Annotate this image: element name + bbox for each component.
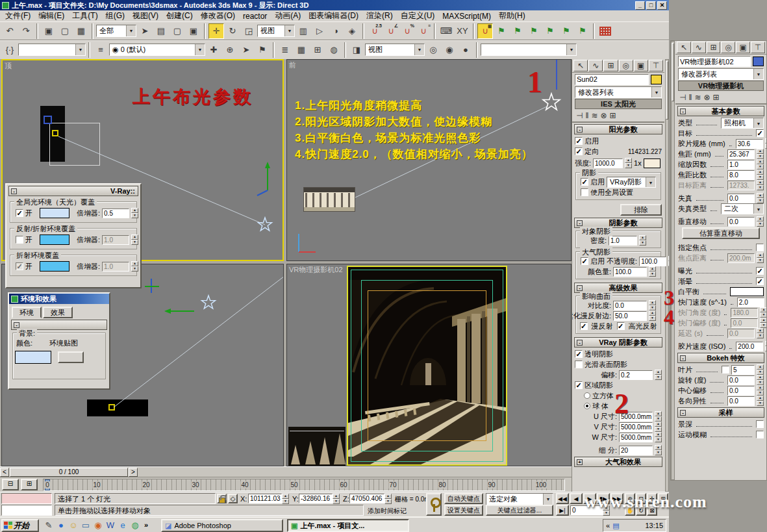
param-row[interactable]: 使用全局设置 xyxy=(578,187,659,197)
param-row[interactable]: 对比度:0.0▲▼ xyxy=(578,300,659,310)
selection-filter-dropdown[interactable]: 全部▼ xyxy=(96,25,136,37)
object-name-field[interactable]: Sun02 xyxy=(575,74,649,85)
spinner[interactable]: ▲▼ xyxy=(655,445,662,455)
spinner-field[interactable]: 5 xyxy=(731,365,755,375)
x-coordinate-field[interactable]: 101121.03 xyxy=(248,494,282,503)
pin-stack-icon[interactable]: ⊣ xyxy=(576,111,583,120)
chevron-down-icon[interactable]: ▼ xyxy=(753,69,763,79)
spinner-field[interactable]: 25.367 xyxy=(727,149,755,159)
task-photoshop[interactable]: ◪ Adobe Photoshop xyxy=(161,519,283,532)
checkbox[interactable]: ✓ xyxy=(575,350,583,358)
chevron-down-icon[interactable]: ▼ xyxy=(753,118,763,128)
spinner-field[interactable]: 0.0 xyxy=(731,318,758,328)
chevron-down-icon[interactable]: ▼ xyxy=(75,44,85,55)
spinner-field[interactable]: 8.0 xyxy=(727,170,755,180)
spinner[interactable]: ▲▼ xyxy=(655,370,662,380)
selection-lock-button[interactable] xyxy=(217,494,227,503)
spinner-snap-icon[interactable]: ∪≡ xyxy=(416,23,431,39)
param-row[interactable]: 失真0.0▲▼ xyxy=(675,193,766,203)
named-selection-dropdown[interactable]: ▼ xyxy=(18,44,86,56)
spinner[interactable]: ▲▼ xyxy=(757,170,764,180)
layer-manager-icon[interactable]: ≣ xyxy=(277,42,293,58)
param-row[interactable]: 光滑表面阴影 xyxy=(572,359,664,370)
axis-constraint-icon[interactable]: XY xyxy=(455,23,470,39)
param-row[interactable]: 类型照相机▼ xyxy=(675,118,766,128)
param-row[interactable]: 快门速度 (s^-1)2.0▲▼ xyxy=(675,297,766,307)
color-swatch[interactable] xyxy=(40,208,69,218)
modifier-list-dropdown[interactable]: 修改器列表▼ xyxy=(678,68,764,80)
radio-button[interactable] xyxy=(584,392,590,399)
param-row[interactable]: 细 分:20▲▼ xyxy=(572,445,664,455)
rollout-header[interactable]: -基本参数 xyxy=(677,106,764,116)
param-row[interactable]: 颜色量:100.0▲▼ xyxy=(578,266,659,277)
spinner[interactable]: ▲▼ xyxy=(757,385,764,396)
checkbox[interactable]: ✓ xyxy=(581,257,588,265)
param-row[interactable]: ✓启用 不透明度:100.0▲▼ xyxy=(578,256,659,266)
viewport-camera-label[interactable]: VR物理摄影机02 xyxy=(289,265,343,275)
chevron-down-icon[interactable]: ▼ xyxy=(543,494,553,505)
configure-stack-icon[interactable]: ⊞ xyxy=(713,93,720,102)
y-coordinate-field[interactable]: -32860.16 xyxy=(299,494,333,503)
param-row[interactable]: 排除 xyxy=(572,203,664,216)
spinner[interactable]: ▲▼ xyxy=(757,149,764,159)
spinner-field[interactable]: 0.2 xyxy=(619,370,653,380)
modify-tab-icon[interactable]: ∿ xyxy=(692,42,706,53)
spinner[interactable]: ▲▼ xyxy=(757,253,764,263)
place-highlight-icon[interactable]: ⚑ xyxy=(542,23,558,39)
spinner-field[interactable]: 100.0 xyxy=(639,257,666,266)
multiplier-field[interactable]: 0.5 xyxy=(102,209,129,218)
param-row[interactable]: 焦距比数8.0▲▼ xyxy=(675,170,766,180)
modifier-list-dropdown[interactable]: 修改器列表▼ xyxy=(575,86,662,98)
create-layer-icon[interactable]: ✚ xyxy=(206,42,221,58)
menu-item-4[interactable]: 视图(V) xyxy=(129,10,162,22)
checkbox[interactable] xyxy=(722,366,729,374)
title-bar[interactable]: 上午.max - 项目文件夹: D:\My Documents\3dsmax -… xyxy=(0,0,669,10)
display-tab-icon[interactable]: ▣ xyxy=(634,60,648,71)
start-button[interactable]: 开始 xyxy=(1,519,39,532)
open-mini-curve-editor-button[interactable]: ⊟ xyxy=(2,479,19,490)
set-keys-button[interactable] xyxy=(426,493,442,516)
menu-item-2[interactable]: 工具(T) xyxy=(68,10,101,22)
vray-environment-dialog[interactable]: - V-Ray:: 全局光环境（天光）覆盖✓开倍增器:0.5▲▼反射/折射环境覆… xyxy=(5,183,142,288)
select-and-scale-icon[interactable]: ◲ xyxy=(241,23,257,39)
environment-dialog-titlebar[interactable]: 环境和效果 xyxy=(9,294,109,304)
quicklaunch-media-icon[interactable]: ◉ xyxy=(92,519,104,531)
param-row[interactable]: 胶片速度 (ISO)200.0▲▼ xyxy=(675,341,766,351)
param-row[interactable]: 柔化漫反射边:50.0▲▼ xyxy=(578,310,659,321)
tab-effects[interactable]: 效果 xyxy=(43,307,73,318)
select-objects-in-layer-icon[interactable]: ➤ xyxy=(238,42,254,58)
rollout-header[interactable]: -阳光参数 xyxy=(574,124,662,134)
bind-to-spacewarp-icon[interactable]: ▦ xyxy=(73,23,89,39)
param-row[interactable]: 白平衡 xyxy=(675,286,766,297)
white-balance-swatch[interactable] xyxy=(730,287,764,296)
param-row[interactable]: 失真类型二次▼ xyxy=(675,203,766,214)
modify-tab-icon[interactable]: ∿ xyxy=(588,60,603,71)
param-row[interactable]: 估算垂直移动 xyxy=(675,227,766,240)
make-unique-icon[interactable]: ≋ xyxy=(694,93,701,102)
hierarchy-tab-icon[interactable]: ⊞ xyxy=(707,42,721,53)
param-row[interactable]: 旋转 (度)0.0▲▼ xyxy=(675,375,766,385)
background-color-swatch[interactable] xyxy=(15,351,51,364)
hierarchy-tab-icon[interactable]: ⊞ xyxy=(603,60,618,71)
spinner-field[interactable]: 0.0 xyxy=(727,375,755,385)
rollout-header[interactable]: -采样 xyxy=(677,407,764,418)
param-row[interactable]: 偏移:0.2▲▼ xyxy=(572,370,664,380)
add-time-tag[interactable]: 添加时间标记 xyxy=(368,507,407,516)
spinner-field[interactable]: 5000.0mm xyxy=(619,422,653,432)
spinner-field[interactable]: 100.0 xyxy=(613,267,647,277)
select-object-icon[interactable]: ➤ xyxy=(137,23,153,39)
param-row[interactable]: ✓透明阴影 xyxy=(572,349,664,359)
param-row[interactable]: 延迟 (s)0.0▲▼ xyxy=(675,328,766,338)
spinner[interactable]: ▲▼ xyxy=(625,158,632,168)
param-row[interactable]: ✓启用 xyxy=(572,136,664,146)
spinner-field[interactable]: 0.0 xyxy=(727,396,755,406)
select-and-move-icon[interactable]: ✛ xyxy=(208,23,224,39)
intensity-color-swatch[interactable] xyxy=(644,158,660,168)
keyboard-override-icon[interactable]: ⌨ xyxy=(438,23,454,39)
selection-set-dropdown[interactable]: 选定对象▼ xyxy=(486,493,553,505)
spinner-field[interactable]: 1.0 xyxy=(609,236,637,246)
chevron-down-icon[interactable]: ▼ xyxy=(651,87,661,97)
maximize-button[interactable]: □ xyxy=(646,1,656,10)
checkbox[interactable] xyxy=(756,244,764,251)
menu-item-6[interactable]: 修改器(O) xyxy=(197,10,239,22)
